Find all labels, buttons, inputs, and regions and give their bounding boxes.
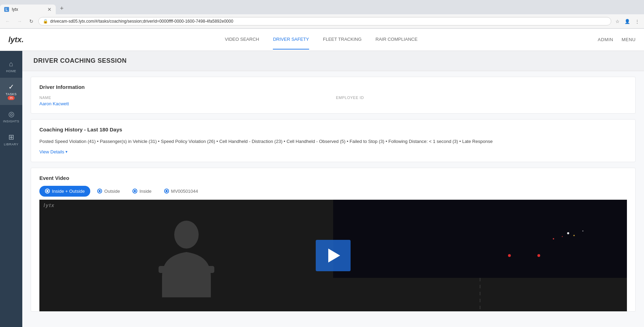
sidebar-item-library[interactable]: ⊞ LIBRARY — [0, 128, 22, 151]
app-logo: lytx. — [8, 35, 24, 44]
radio-inside — [132, 189, 137, 193]
browser-chrome: L lytx ✕ + ← → ↻ 🔒 drivecam-sd05.lytx.co… — [0, 0, 644, 29]
tab-mv-label: MV00501044 — [171, 189, 198, 194]
sidebar-library-label: LIBRARY — [4, 143, 18, 146]
video-outside-view: lytx — [333, 200, 627, 311]
tasks-icon: ✓ — [8, 83, 14, 91]
radio-inside-outside — [45, 189, 50, 193]
top-nav: lytx. VIDEO SEARCH DRIVER SAFETY FLEET T… — [0, 29, 644, 51]
content-area: DRIVER COACHING SESSION Driver Informati… — [22, 51, 644, 327]
sidebar-item-home[interactable]: ⌂ HOME — [0, 55, 22, 78]
sidebar-insights-label: INSIGHTS — [3, 120, 20, 123]
nav-fleet-tracking[interactable]: FLEET TRACKING — [323, 30, 362, 50]
extensions-icon[interactable]: ⋮ — [633, 17, 641, 25]
driver-info-title: Driver Information — [39, 84, 627, 90]
tab-inside[interactable]: Inside — [127, 186, 157, 197]
page-title: DRIVER COACHING SESSION — [33, 57, 633, 64]
view-details-button[interactable]: View Details ▾ — [39, 149, 68, 154]
driver-name-field: NAME Aaron Kacwett — [39, 96, 330, 106]
new-tab-button[interactable]: + — [56, 3, 68, 14]
url-text: drivecam-sd05.lytx.com/#/tasks/coaching/… — [50, 19, 607, 24]
app-container: lytx. VIDEO SEARCH DRIVER SAFETY FLEET T… — [0, 29, 644, 327]
page-header: DRIVER COACHING SESSION — [22, 51, 644, 71]
bookmark-icon[interactable]: ☆ — [613, 17, 622, 25]
tab-close-button[interactable]: ✕ — [47, 7, 52, 12]
driver-name-value[interactable]: Aaron Kacwett — [39, 101, 330, 106]
event-video-card: Event Video Inside + Outside Outside — [31, 168, 636, 312]
sidebar: ⌂ HOME ✓ TASKS 35 ◎ INSIGHTS ⊞ LIBRARY — [0, 51, 22, 327]
nav-right: ADMIN MENU — [598, 37, 636, 42]
radio-outside — [97, 189, 102, 193]
event-video-title: Event Video — [39, 175, 627, 181]
sidebar-tasks-label: TASKS — [6, 92, 16, 96]
svg-point-8 — [582, 230, 583, 231]
admin-button[interactable]: ADMIN — [598, 37, 613, 42]
nav-video-search[interactable]: VIDEO SEARCH — [225, 30, 259, 50]
sidebar-item-tasks[interactable]: ✓ TASKS 35 — [0, 78, 22, 105]
insights-icon: ◎ — [8, 110, 14, 118]
nav-rair-compliance[interactable]: RAIR COMPLIANCE — [376, 30, 418, 50]
address-bar[interactable]: 🔒 drivecam-sd05.lytx.com/#/tasks/coachin… — [38, 17, 611, 25]
coaching-history-title: Coaching History - Last 180 Days — [39, 127, 627, 132]
home-icon: ⌂ — [9, 60, 13, 68]
svg-point-0 — [174, 221, 199, 249]
svg-rect-2 — [197, 266, 214, 273]
svg-point-6 — [567, 232, 569, 234]
menu-button[interactable]: MENU — [622, 37, 636, 42]
tab-inside-outside[interactable]: Inside + Outside — [39, 186, 90, 197]
driver-silhouette — [155, 214, 218, 297]
tab-inside-label: Inside — [139, 189, 152, 194]
coaching-history-text: Posted Speed Violation (41) • Passenger(… — [39, 138, 627, 145]
lytx-watermark-left: lytx — [44, 203, 55, 208]
profile-icon[interactable]: 👤 — [623, 17, 631, 25]
video-inside-view: lytx — [39, 200, 333, 311]
play-button[interactable] — [316, 240, 351, 271]
svg-rect-3 — [333, 200, 627, 278]
nav-driver-safety[interactable]: DRIVER SAFETY — [273, 30, 309, 50]
employee-id-label: EMPLOYEE ID — [336, 96, 627, 100]
browser-tab-active[interactable]: L lytx ✕ — [0, 5, 56, 14]
back-button[interactable]: ← — [3, 16, 13, 26]
lock-icon: 🔒 — [43, 19, 48, 24]
svg-rect-1 — [159, 266, 176, 273]
svg-point-9 — [553, 238, 554, 239]
play-icon — [328, 249, 340, 263]
driver-info-grid: NAME Aaron Kacwett EMPLOYEE ID — [39, 96, 627, 106]
view-details-label: View Details — [39, 149, 64, 154]
browser-tabs: L lytx ✕ + — [0, 0, 644, 14]
driver-info-card: Driver Information NAME Aaron Kacwett EM… — [31, 77, 636, 114]
svg-point-12 — [537, 254, 540, 257]
svg-point-10 — [562, 236, 563, 237]
tab-inside-outside-label: Inside + Outside — [52, 189, 85, 194]
radio-mv — [164, 189, 169, 193]
video-tabs: Inside + Outside Outside Inside MV0 — [39, 186, 627, 200]
browser-toolbar: ← → ↻ 🔒 drivecam-sd05.lytx.com/#/tasks/c… — [0, 14, 644, 28]
sidebar-item-insights[interactable]: ◎ INSIGHTS — [0, 105, 22, 128]
video-container: lytx lytx — [39, 200, 627, 311]
nav-items: VIDEO SEARCH DRIVER SAFETY FLEET TRACKIN… — [45, 30, 598, 50]
tab-favicon: L — [4, 7, 9, 12]
sidebar-home-label: HOME — [6, 69, 16, 73]
tab-outside-label: Outside — [104, 189, 120, 194]
forward-button[interactable]: → — [15, 16, 24, 26]
chevron-down-icon: ▾ — [66, 150, 68, 154]
browser-toolbar-icons: ☆ 👤 ⋮ — [613, 17, 641, 25]
coaching-history-card: Coaching History - Last 180 Days Posted … — [31, 119, 636, 162]
content-body: Driver Information NAME Aaron Kacwett EM… — [22, 77, 644, 312]
refresh-button[interactable]: ↻ — [26, 16, 36, 26]
library-icon: ⊞ — [8, 133, 14, 141]
tab-mv00501044[interactable]: MV00501044 — [159, 186, 204, 197]
svg-point-7 — [573, 235, 575, 236]
tab-outside[interactable]: Outside — [92, 186, 125, 197]
road-scene-svg — [333, 200, 627, 311]
svg-point-11 — [508, 254, 511, 257]
tab-title: lytx — [12, 7, 18, 12]
employee-id-field: EMPLOYEE ID — [336, 96, 627, 106]
main-layout: ⌂ HOME ✓ TASKS 35 ◎ INSIGHTS ⊞ LIBRARY D… — [0, 51, 644, 327]
name-label: NAME — [39, 96, 330, 100]
tasks-badge: 35 — [8, 96, 15, 100]
